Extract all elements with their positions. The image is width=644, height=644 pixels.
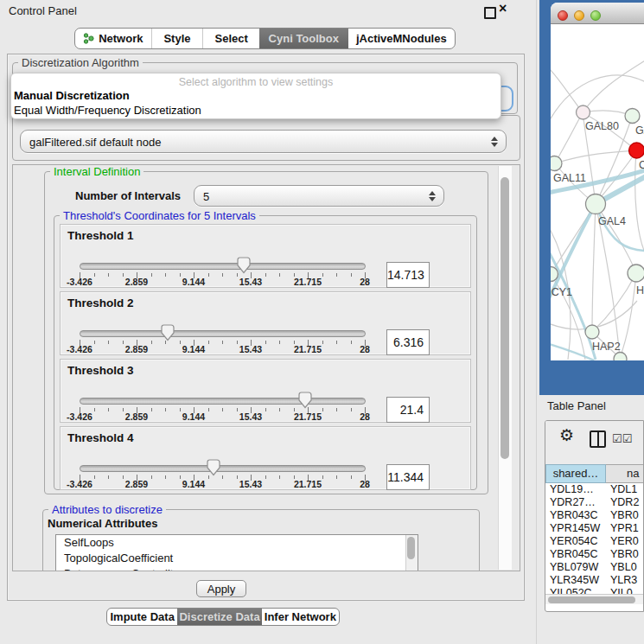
number-of-intervals-combo[interactable]: 5 <box>194 185 444 207</box>
minimize-traffic-light-icon[interactable] <box>574 10 584 21</box>
checkbox-pair-icon[interactable]: ☑☑ <box>612 432 632 445</box>
cell-name: YBR0 <box>606 548 644 561</box>
slider-tick-label: 15.43 <box>220 277 281 287</box>
close-traffic-light-icon[interactable] <box>558 10 568 21</box>
table-row[interactable]: YBR045CYBR0 <box>545 548 644 561</box>
network-node-gal4[interactable] <box>586 194 606 214</box>
threshold-value-field[interactable]: 14.713 <box>386 262 430 288</box>
tab-label: Select <box>215 32 248 45</box>
table-rows: YDL19…YDL1YDR27…YDR2YBR043CYBR0YPR145WYP… <box>545 483 644 594</box>
network-node-h[interactable] <box>628 265 644 282</box>
table-row[interactable]: YBL079WYBL0 <box>545 561 644 574</box>
threshold-value-field[interactable]: 6.316 <box>386 329 430 355</box>
table-horizontal-scrollbar[interactable] <box>545 594 643 604</box>
slider-tick-label: 21.715 <box>277 277 338 287</box>
network-edge[interactable] <box>620 273 636 358</box>
column-header-shared[interactable]: shared… <box>545 464 606 483</box>
cell-name: YDL1 <box>606 483 644 496</box>
cell-shared-name: YDR27… <box>545 496 606 509</box>
network-edge[interactable] <box>551 242 596 360</box>
zoom-traffic-light-icon[interactable] <box>590 10 601 21</box>
gear-icon[interactable]: ⚙ <box>559 425 574 445</box>
table-row[interactable]: YBR043CYBR0 <box>545 509 644 522</box>
thresholds-group-label: Threshold's Coordinates for 5 Intervals <box>60 209 259 222</box>
network-edge[interactable] <box>555 112 583 163</box>
table-row[interactable]: YDR27…YDR2 <box>545 496 644 509</box>
threshold-value-field[interactable]: 21.4 <box>386 397 430 423</box>
network-edge[interactable] <box>555 150 636 163</box>
slider-thumb[interactable] <box>207 459 220 476</box>
tab-label: Network <box>99 32 143 45</box>
scrollbar-thumb[interactable] <box>548 596 635 603</box>
split-columns-icon[interactable] <box>590 430 606 448</box>
attributes-group-label: Attributes to discretize <box>48 503 166 516</box>
table-row[interactable]: YLR345WYLR3 <box>545 574 644 587</box>
table-data-group: Table Data galFiltered.sif default node <box>12 115 520 161</box>
tab-jactivemnodules[interactable]: jActiveMNodules <box>348 29 455 48</box>
attributes-list-scrollbar[interactable] <box>405 535 418 571</box>
slider-track[interactable] <box>80 263 366 270</box>
slider-track[interactable] <box>80 465 366 472</box>
attribute-list-item[interactable]: BetweennessCentrality <box>56 566 418 571</box>
threshold-value-field[interactable]: 11.344 <box>386 464 430 490</box>
number-of-intervals-label: Number of Intervals <box>75 189 181 202</box>
network-edge[interactable] <box>551 342 594 360</box>
slider-tick-label: 15.43 <box>220 479 281 489</box>
network-node-c[interactable] <box>629 143 644 158</box>
slider-thumb[interactable] <box>237 257 251 274</box>
threshold-panel: Threshold 3-3.4262.8599.14415.4321.71528… <box>60 359 471 423</box>
tab-select[interactable]: Select <box>202 29 259 48</box>
cell-shared-name: YLR345W <box>545 574 606 587</box>
table-data-combo[interactable]: galFiltered.sif default node <box>20 130 507 153</box>
tab-style[interactable]: Style <box>151 29 203 48</box>
attribute-list-item[interactable]: TopologicalCoefficient <box>56 551 418 566</box>
tab-cyni-toolbox[interactable]: Cyni Toolbox <box>259 29 348 48</box>
float-window-icon[interactable] <box>484 7 496 19</box>
table-row[interactable]: YPR145WYPR1 <box>545 522 644 535</box>
menu-item-manual-discretization[interactable]: Manual Discretization <box>14 89 130 102</box>
network-node-ga[interactable] <box>625 109 640 124</box>
threshold-label: Threshold 4 <box>67 431 134 444</box>
slider-tick-label: 2.859 <box>106 479 167 489</box>
slider-tick-label: 21.715 <box>277 479 338 489</box>
table-row[interactable]: YER054CYER0 <box>545 535 644 548</box>
network-canvas[interactable]: GAL80GACGAL11GAL4GCY1HHAP2 <box>551 24 644 360</box>
network-node-gal11[interactable] <box>551 156 562 171</box>
menu-item-equal-width-frequency[interactable]: Equal Width/Frequency Discretization <box>14 104 201 117</box>
tab-impute-data[interactable]: Impute Data <box>107 609 177 625</box>
network-node-gal80[interactable] <box>577 105 590 119</box>
table-row[interactable]: YDL19…YDL1 <box>545 483 644 496</box>
network-window-titlebar[interactable] <box>551 3 644 24</box>
settings-vertical-scrollbar[interactable] <box>498 166 512 570</box>
tab-label: jActiveMNodules <box>356 32 447 45</box>
cyni-bottom-tabbar: Impute DataDiscretize DataInfer Network <box>106 608 340 626</box>
numerical-attributes-list[interactable]: SelfLoopsTopologicalCoefficientBetweenne… <box>55 534 418 571</box>
tab-infer-network[interactable]: Infer Network <box>262 609 339 625</box>
scrollbar-thumb[interactable] <box>501 177 509 459</box>
column-header-name[interactable]: na <box>606 464 644 483</box>
tab-discretize-data[interactable]: Discretize Data <box>177 609 261 625</box>
slider-track[interactable] <box>80 398 366 405</box>
table-row[interactable]: YIL052CYIL0 <box>545 587 644 594</box>
scrollbar-thumb[interactable] <box>407 537 415 559</box>
number-of-intervals-value: 5 <box>203 189 209 202</box>
slider-thumb[interactable] <box>161 324 175 341</box>
tab-network[interactable]: Network <box>75 29 151 48</box>
network-edge[interactable] <box>592 204 596 332</box>
network-node[interactable] <box>614 353 627 361</box>
slider-thumb[interactable] <box>298 392 312 409</box>
network-node-hap2[interactable] <box>585 325 599 339</box>
network-node-label: H <box>636 284 644 296</box>
attribute-list-item[interactable]: SelfLoops <box>56 535 418 551</box>
slider-track[interactable] <box>80 330 366 337</box>
slider-tick-label: -3.426 <box>49 277 110 287</box>
interval-definition-group-label: Interval Definition <box>50 165 143 178</box>
table-data-combo-value: galFiltered.sif default node <box>29 135 161 148</box>
slider-tick-label: 2.859 <box>106 411 167 422</box>
network-edge[interactable] <box>583 59 644 112</box>
network-edge[interactable] <box>551 66 583 112</box>
table-panel-toolbar: ⚙ ☑☑ <box>545 421 643 464</box>
apply-button[interactable]: Apply <box>196 580 246 597</box>
network-graph[interactable]: GAL80GACGAL11GAL4GCY1HHAP2 <box>551 24 644 360</box>
close-icon[interactable]: × <box>499 1 507 16</box>
